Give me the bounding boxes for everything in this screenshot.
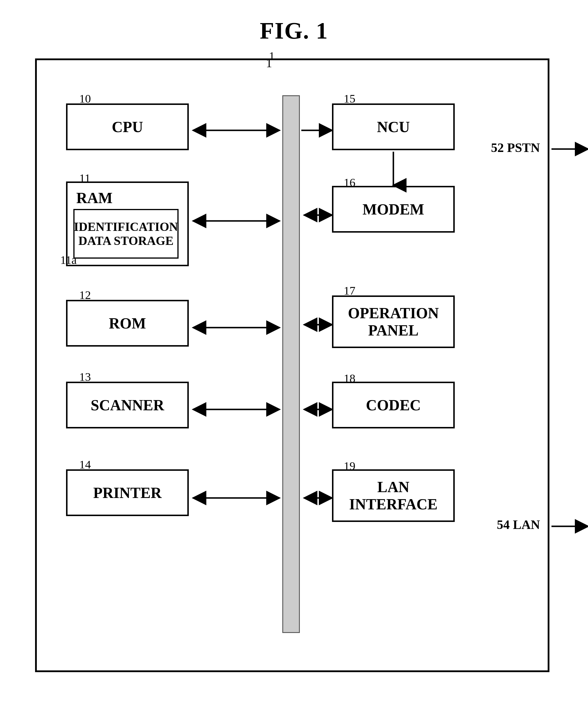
block-ncu: NCU <box>332 104 455 150</box>
block-rom: ROM <box>66 300 189 347</box>
block-ram: RAM IDENTIFICATIONDATA STORAGE <box>66 181 189 266</box>
block-lan-interface: LANINTERFACE <box>332 469 455 522</box>
arrow-scanner-bus <box>189 401 284 418</box>
arrow-ncu-modem <box>385 150 402 188</box>
label-pstn: 52 PSTN <box>491 140 540 155</box>
arrow-bus-opanel <box>300 316 335 334</box>
arrow-bus-ncu <box>300 122 335 139</box>
arrow-cpu-bus <box>189 122 284 139</box>
arrow-lan-ext <box>550 519 588 534</box>
bus-bar <box>282 95 300 633</box>
block-cpu: CPU <box>66 104 189 150</box>
arrow-bus-lan-if <box>300 489 335 507</box>
arrow-pstn-ncu <box>550 142 588 156</box>
arrow-printer-bus <box>189 489 284 507</box>
label-lan: 54 LAN <box>497 517 540 532</box>
label-1-indicator: 1 <box>266 56 272 70</box>
block-codec: CODEC <box>332 382 455 428</box>
arrow-ram-bus <box>189 212 284 230</box>
block-modem: MODEM <box>332 186 455 233</box>
arrow-bus-modem <box>300 206 335 224</box>
block-id-data-storage: IDENTIFICATIONDATA STORAGE <box>73 209 179 258</box>
arrow-rom-bus <box>189 319 284 336</box>
page-title: FIG. 1 <box>260 17 328 44</box>
block-scanner: SCANNER <box>66 382 189 428</box>
label-11a: 11a <box>60 253 76 267</box>
arrow-bus-codec <box>300 401 335 418</box>
block-printer: PRINTER <box>66 469 189 516</box>
block-operation-panel: OPERATIONPANEL <box>332 295 455 348</box>
main-diagram-box: 10 CPU 11 RAM IDENTIFICATIONDATA STORAGE… <box>35 58 549 672</box>
